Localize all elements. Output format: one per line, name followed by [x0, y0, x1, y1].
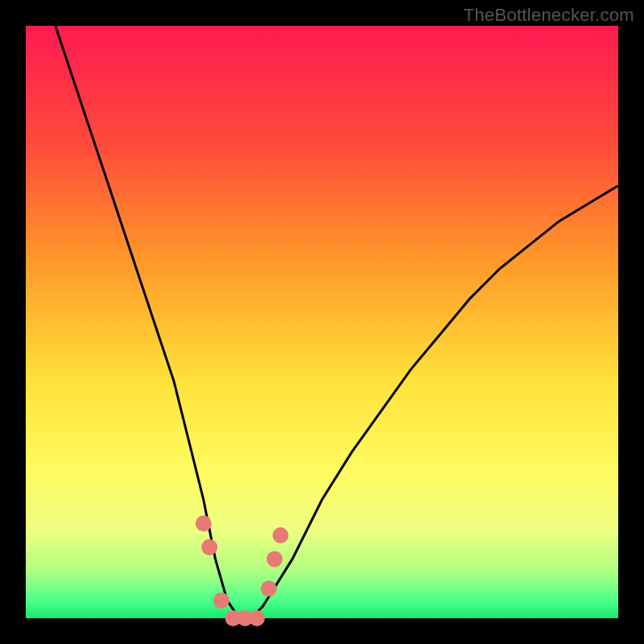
marker-dot [196, 515, 212, 531]
marker-dot [273, 527, 289, 543]
chart-frame: TheBottlenecker.com [0, 0, 644, 644]
marker-dot [213, 592, 229, 609]
marker-dot [249, 610, 265, 626]
marker-dot [261, 580, 277, 597]
marker-dot [266, 551, 283, 567]
gradient-background [26, 26, 618, 618]
bottleneck-chart [0, 0, 644, 644]
marker-dot [201, 539, 217, 555]
attribution-label: TheBottlenecker.com [464, 5, 634, 26]
